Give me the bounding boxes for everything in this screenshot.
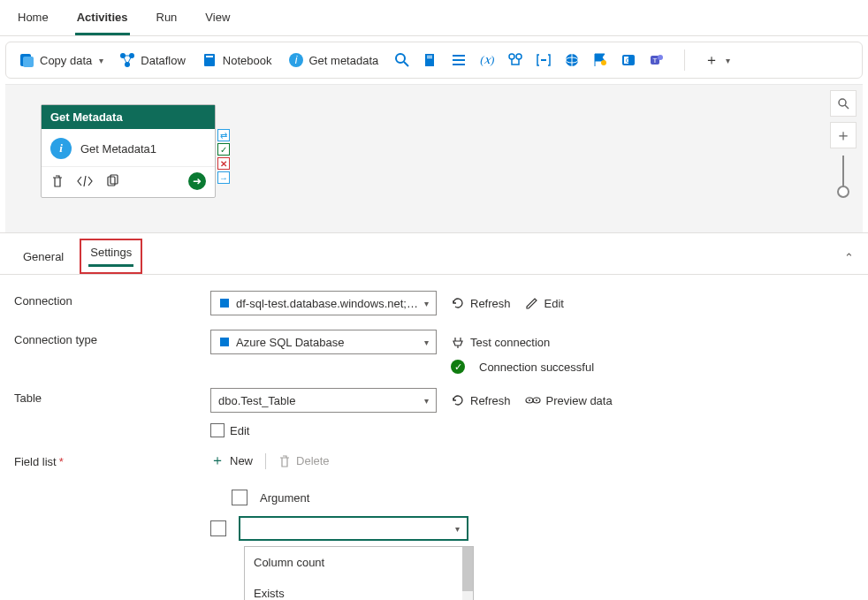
database-icon bbox=[218, 297, 231, 309]
outlook-icon[interactable]: O bbox=[621, 52, 636, 68]
chevron-down-icon: ▾ bbox=[726, 56, 730, 65]
plus-icon: ＋ bbox=[210, 452, 225, 470]
globe-icon[interactable] bbox=[564, 52, 580, 68]
conn-type-select[interactable]: Azure SQL Database ▾ bbox=[210, 330, 437, 354]
connector-success-icon[interactable]: ✓ bbox=[217, 143, 230, 156]
svg-rect-34 bbox=[220, 299, 229, 308]
run-icon[interactable]: ➜ bbox=[188, 172, 206, 190]
argument-select[interactable]: ▾ bbox=[239, 516, 468, 541]
notebook-button[interactable]: Notebook bbox=[202, 52, 272, 68]
notebook-icon bbox=[202, 52, 217, 68]
svg-point-37 bbox=[529, 399, 530, 401]
svg-rect-6 bbox=[206, 56, 213, 57]
scrollbar-thumb[interactable] bbox=[462, 547, 473, 591]
activities-toolbar: Copy data ▾ Dataflow Notebook i Get meta… bbox=[5, 42, 863, 79]
chevron-down-icon: ▾ bbox=[424, 396, 429, 406]
dropdown-option-column-count[interactable]: Column count bbox=[245, 547, 473, 578]
select-all-checkbox[interactable] bbox=[232, 490, 247, 505]
top-tab-bar: Home Activities Run View bbox=[0, 0, 868, 36]
canvas-zoom-in-button[interactable]: ＋ bbox=[830, 122, 857, 148]
row-connection: Connection df-sql-test.database.windows.… bbox=[14, 291, 854, 315]
copy-data-button[interactable]: Copy data ▾ bbox=[19, 52, 103, 68]
field-list-delete-button[interactable]: Delete bbox=[278, 454, 330, 468]
argument-header-row: Argument bbox=[210, 484, 854, 511]
svg-point-39 bbox=[536, 399, 537, 401]
svg-point-28 bbox=[658, 55, 663, 60]
refresh-icon bbox=[451, 296, 465, 310]
table-select[interactable]: dbo.Test_Table ▾ bbox=[210, 388, 437, 413]
delete-label: Delete bbox=[296, 454, 330, 467]
chevron-down-icon: ▾ bbox=[455, 524, 460, 534]
svg-rect-13 bbox=[427, 57, 432, 58]
edit-connection-button[interactable]: Edit bbox=[525, 296, 564, 310]
tab-home[interactable]: Home bbox=[16, 5, 50, 35]
svg-point-23 bbox=[601, 60, 606, 65]
dataflow-button[interactable]: Dataflow bbox=[119, 52, 186, 68]
refresh-table-button[interactable]: Refresh bbox=[451, 393, 511, 407]
svg-rect-14 bbox=[453, 55, 465, 57]
settings-panel-body: Connection df-sql-test.database.windows.… bbox=[0, 274, 868, 600]
bracket-icon[interactable] bbox=[536, 52, 552, 68]
argument-column-header: Argument bbox=[260, 491, 309, 505]
test-connection-button[interactable]: Test connection bbox=[451, 335, 550, 349]
list-icon[interactable] bbox=[451, 52, 467, 68]
test-connection-label: Test connection bbox=[470, 336, 550, 349]
connector-sync-icon[interactable]: ⇄ bbox=[217, 129, 230, 141]
connector-fail-icon[interactable]: ✕ bbox=[217, 157, 230, 170]
lookup-icon[interactable] bbox=[507, 52, 523, 68]
connection-select[interactable]: df-sql-test.database.windows.net;tes… ▾ bbox=[210, 291, 437, 315]
svg-point-18 bbox=[516, 54, 522, 59]
connection-success-label: Connection successful bbox=[479, 361, 594, 374]
edit-table-checkbox[interactable] bbox=[210, 423, 225, 437]
connector-skip-icon[interactable]: → bbox=[217, 171, 230, 184]
variable-icon[interactable]: (𝑥) bbox=[479, 52, 495, 68]
delete-icon[interactable] bbox=[50, 174, 65, 188]
table-label: Table bbox=[14, 388, 210, 405]
tab-activities[interactable]: Activities bbox=[75, 5, 130, 35]
chevron-down-icon: ▾ bbox=[99, 56, 103, 65]
dataflow-label: Dataflow bbox=[141, 54, 186, 67]
svg-point-32 bbox=[839, 99, 846, 106]
activity-node-get-metadata[interactable]: Get Metadata i Get Metadata1 ➜ bbox=[41, 104, 216, 198]
panel-tab-settings[interactable]: Settings bbox=[88, 244, 133, 267]
toolbar-extra-icons: (𝑥) O T bbox=[394, 52, 665, 68]
panel-collapse-button[interactable]: ⌃ bbox=[844, 251, 854, 264]
row-connection-type: Connection type Azure SQL Database ▾ Tes… bbox=[14, 330, 854, 374]
node-header: Get Metadata bbox=[42, 105, 215, 129]
get-metadata-button[interactable]: i Get metadata bbox=[288, 52, 379, 68]
info-icon: i bbox=[50, 138, 72, 159]
magnify-icon[interactable] bbox=[394, 52, 410, 68]
teams-icon[interactable]: T bbox=[649, 52, 665, 68]
pipeline-canvas[interactable]: Get Metadata i Get Metadata1 ➜ ⇄ ✓ ✕ → ＋ bbox=[5, 84, 863, 232]
refresh-connection-button[interactable]: Refresh bbox=[451, 296, 511, 310]
notebook-label: Notebook bbox=[223, 54, 272, 67]
code-icon[interactable] bbox=[77, 174, 93, 188]
add-activity-button[interactable]: ＋ ▾ bbox=[704, 51, 730, 70]
row-field-list: Field list* ＋ New Delete Argument bbox=[14, 452, 854, 600]
zoom-slider-track[interactable] bbox=[842, 156, 844, 191]
tab-run[interactable]: Run bbox=[155, 5, 179, 35]
preview-data-label: Preview data bbox=[546, 394, 613, 407]
canvas-search-button[interactable] bbox=[830, 90, 857, 117]
zoom-slider-handle[interactable] bbox=[837, 186, 849, 198]
preview-icon bbox=[525, 394, 541, 406]
dropdown-option-exists[interactable]: Exists bbox=[245, 578, 473, 600]
toolbar-divider bbox=[684, 49, 685, 71]
svg-rect-12 bbox=[427, 56, 432, 57]
conn-type-label: Connection type bbox=[14, 330, 210, 346]
dropdown-scrollbar[interactable] bbox=[462, 547, 473, 600]
info-icon: i bbox=[288, 52, 304, 68]
script-icon[interactable] bbox=[423, 52, 438, 68]
svg-point-17 bbox=[509, 54, 514, 59]
preview-data-button[interactable]: Preview data bbox=[525, 394, 613, 407]
svg-point-9 bbox=[396, 54, 405, 63]
argument-row-checkbox[interactable] bbox=[210, 520, 226, 536]
copy-icon[interactable] bbox=[105, 174, 119, 188]
tab-view[interactable]: View bbox=[203, 5, 232, 35]
panel-tab-general[interactable]: General bbox=[14, 243, 72, 272]
refresh-icon bbox=[451, 393, 465, 407]
node-body: i Get Metadata1 bbox=[42, 129, 215, 166]
flag-icon[interactable] bbox=[592, 52, 608, 68]
field-list-new-button[interactable]: ＋ New bbox=[210, 452, 253, 470]
required-asterisk: * bbox=[59, 455, 64, 468]
